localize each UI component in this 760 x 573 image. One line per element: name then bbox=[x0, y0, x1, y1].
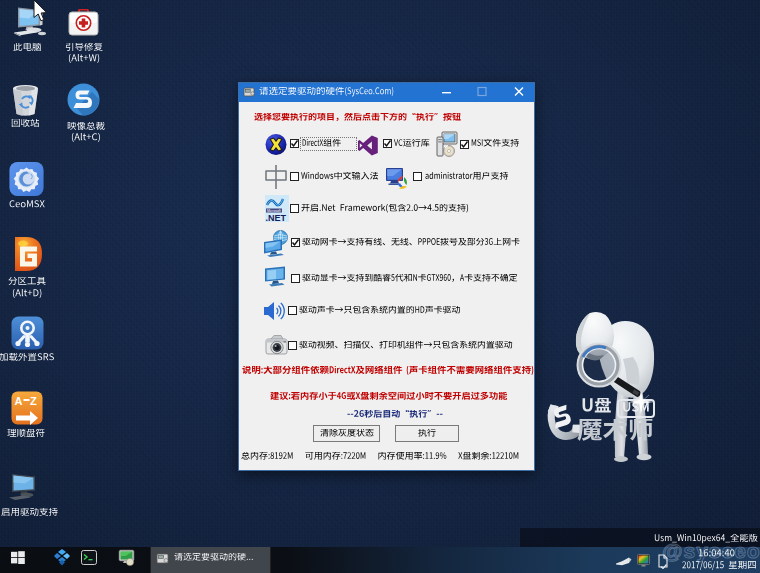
svg-text:.NET: .NET bbox=[266, 213, 287, 223]
svg-text:Z: Z bbox=[30, 395, 37, 407]
svg-text:A: A bbox=[15, 395, 23, 407]
